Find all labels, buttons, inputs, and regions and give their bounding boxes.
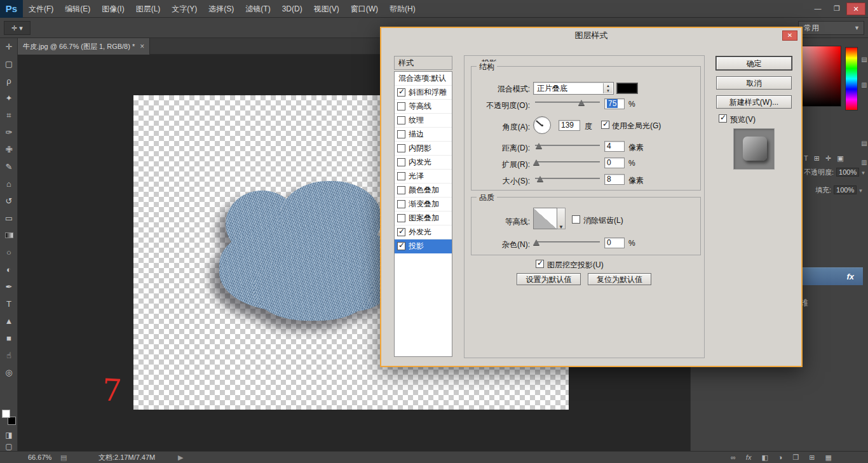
path-select-tool-icon[interactable]: ▲ [0,312,18,330]
zoom-tool-icon[interactable]: ◎ [0,364,18,381]
panel-dock-icon[interactable]: ▥ [860,81,868,88]
layer-effects-badge[interactable]: fx [846,272,854,281]
eyedropper-tool-icon[interactable]: ✑ [0,124,18,141]
minimize-button[interactable]: — [808,3,827,15]
cancel-button[interactable]: 取消 [716,76,792,90]
menu-edit[interactable]: 编辑(E) [59,0,96,18]
slider-thumb[interactable] [533,159,539,165]
dodge-tool-icon[interactable]: ◐ [0,261,18,278]
checkbox[interactable] [397,102,405,111]
checkbox-checked[interactable] [397,88,405,97]
style-item-color-overlay[interactable]: 颜色叠加 [395,184,452,198]
panel-dock-icon[interactable]: ▤ [860,56,868,63]
delete-layer-icon[interactable]: ▦ [825,452,832,463]
checkbox-checked[interactable] [397,228,405,236]
style-item-texture[interactable]: 纹理 [395,114,452,128]
chevron-down-icon[interactable]: ▼ [857,188,863,194]
gradient-tool-icon[interactable] [0,227,18,244]
panel-dock-icon[interactable]: ▤ [860,140,868,147]
shape-tool-icon[interactable]: ■ [0,330,18,347]
quick-select-tool-icon[interactable]: ✦ [0,90,18,107]
chevron-down-icon[interactable]: ▼ [859,170,865,176]
restore-button[interactable]: ❐ [827,3,846,15]
foreground-background-colors[interactable] [2,410,16,425]
crop-tool-icon[interactable]: ⌗ [0,107,18,124]
history-brush-tool-icon[interactable]: ↺ [0,192,18,210]
distance-value-field[interactable]: 4 [604,141,625,152]
angle-dial[interactable] [533,116,551,134]
lock-all-icon[interactable]: ▣ [837,154,843,163]
menu-3d[interactable]: 3D(D) [276,0,308,18]
checkbox[interactable] [397,200,405,208]
spread-slider[interactable] [535,157,600,167]
pen-tool-icon[interactable]: ✒ [0,278,18,295]
type-tool-icon[interactable]: T [0,295,18,312]
antialias-checkbox[interactable] [572,215,580,224]
slider-thumb[interactable] [536,143,542,149]
blur-tool-icon[interactable]: ○ [0,244,18,261]
close-button[interactable]: ✕ [846,3,865,15]
style-item-inner-shadow[interactable]: 内阴影 [395,142,452,156]
style-item-bevel-emboss[interactable]: 斜面和浮雕 [395,86,452,100]
tab-close-icon[interactable]: × [140,43,144,50]
layer-group-icon[interactable]: ❒ [792,452,799,463]
style-item-outer-glow[interactable]: 外发光 [395,225,452,239]
checkbox[interactable] [397,144,405,152]
contour-thumbnail[interactable] [533,208,557,229]
layer-knockout-checkbox[interactable] [536,260,544,268]
document-tab[interactable]: 牛皮.jpg @ 66.7% (图层 1, RGB/8) * × [18,38,150,55]
style-item-pattern-overlay[interactable]: 图案叠加 [395,211,452,225]
menu-window[interactable]: 窗口(W) [345,0,384,18]
foreground-color-swatch[interactable] [2,410,10,418]
hue-slider[interactable] [845,47,858,111]
stamp-tool-icon[interactable]: ⌂ [0,175,18,192]
menu-type[interactable]: 文字(Y) [166,0,203,18]
checkbox[interactable] [397,158,405,166]
opacity-value-field[interactable]: 75 [604,98,625,109]
style-item-stroke[interactable]: 描边 [395,128,452,142]
style-item-contour[interactable]: 等高线 [395,100,452,114]
new-layer-icon[interactable]: ⊞ [809,452,815,463]
global-light-checkbox[interactable] [601,121,609,129]
checkbox[interactable] [397,130,405,138]
lasso-tool-icon[interactable]: ρ [0,72,18,90]
lock-pixels-icon[interactable]: ⊞ [814,154,820,163]
menu-help[interactable]: 帮助(H) [384,0,421,18]
style-item-drop-shadow[interactable]: 投影 [395,239,452,253]
lock-type-icon[interactable]: T [804,154,808,163]
menu-file[interactable]: 文件(F) [23,0,59,18]
layer-mask-icon[interactable]: ◧ [761,452,768,463]
spinner-arrows-icon[interactable] [603,83,613,93]
checkbox[interactable] [397,214,405,222]
marquee-tool-icon[interactable]: ▢ [0,55,18,72]
workspace-switcher[interactable]: 常用 ▼ [798,21,864,35]
checkbox[interactable] [397,172,405,180]
menu-image[interactable]: 图像(I) [96,0,130,18]
slider-thumb[interactable] [533,239,539,245]
panel-dock-icon[interactable]: ▥ [860,159,868,166]
blend-mode-dropdown[interactable]: 正片叠底 [533,82,614,95]
adjustment-layer-icon[interactable]: ◑ [778,452,783,463]
brush-tool-icon[interactable]: ✎ [0,158,18,175]
distance-slider[interactable] [535,140,600,151]
zoom-level[interactable]: 66.67% [28,452,51,463]
checkbox-checked[interactable] [397,242,405,250]
reset-default-button[interactable]: 复位为默认值 [588,273,651,285]
dialog-close-icon[interactable]: ✕ [782,30,797,41]
move-tool-icon[interactable]: ✛ [0,38,18,55]
menu-view[interactable]: 视图(V) [308,0,345,18]
preview-checkbox[interactable] [719,114,727,123]
set-default-button[interactable]: 设置为默认值 [517,273,581,285]
hand-tool-icon[interactable]: ☝ [0,347,18,364]
quick-mask-icon[interactable]: ◨ [0,431,18,440]
checkbox[interactable] [397,186,405,194]
layer-opacity-value[interactable]: 100% [836,168,859,177]
move-tool-preset-icon[interactable]: ✛ ▾ [4,21,31,35]
slider-thumb[interactable] [578,100,585,105]
angle-value-field[interactable]: 139 [559,120,580,131]
link-layers-icon[interactable]: ∞ [731,452,736,463]
menu-filter[interactable]: 滤镜(T) [240,0,276,18]
opacity-slider[interactable] [535,97,600,107]
screen-mode-icon[interactable]: ▢ [0,442,18,451]
style-item-inner-glow[interactable]: 内发光 [395,156,452,170]
